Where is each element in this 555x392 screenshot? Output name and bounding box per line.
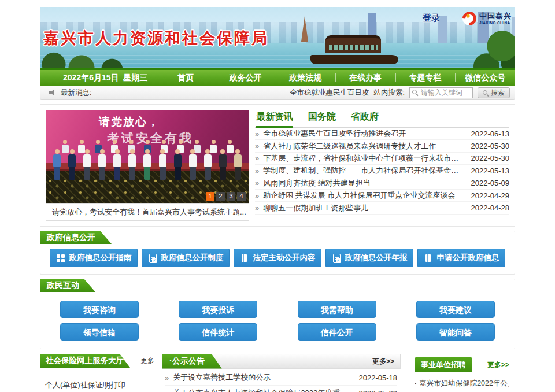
recruitment-panel: 事业单位招聘 更多>> 嘉兴市妇幼保健院2022年公开... 2022年嘉兴市属… xyxy=(409,354,515,392)
search-field-wrap xyxy=(409,87,473,98)
carousel-page-number[interactable]: 3 xyxy=(227,192,235,201)
jiaxing-swirl-icon xyxy=(460,9,479,28)
info-disclosure-buttons: 政府信息公开指南 政府信息公开制度 法定主动公开内容 政府信息公开年报 xyxy=(40,231,515,274)
news-date: 2022-04-28 xyxy=(471,204,510,212)
interaction-button[interactable]: 信件统计 xyxy=(179,323,257,341)
tab-state-council[interactable]: 国务院 xyxy=(308,111,336,127)
news-title[interactable]: 省人社厅陈荣华二级巡视员来嘉兴调研专技人才工作 xyxy=(263,141,465,151)
info-button-icon xyxy=(424,254,433,262)
info-disclosure-button[interactable]: 政府信息公开制度 xyxy=(142,249,230,267)
announcements-more-link[interactable]: 更多>> xyxy=(372,357,400,367)
site-title: 嘉兴市人力资源和社会保障局 xyxy=(43,28,269,49)
section-title-info-disclosure: 政府信息公开 xyxy=(40,231,112,244)
nav-menu-item[interactable]: 政务公开 xyxy=(216,70,276,86)
recruitment-more-link[interactable]: 更多>> xyxy=(487,360,509,370)
speaker-icon xyxy=(49,89,56,96)
info-button-label: 政府信息公开年报 xyxy=(345,253,408,263)
news-date: 2022-06-13 xyxy=(471,130,510,138)
news-list-item[interactable]: 风雨同舟齐抗疫 结对共建显担当 2022-05-09 xyxy=(255,177,509,190)
social-insurance-more-link[interactable]: 更多 xyxy=(140,356,154,366)
nav-menu-item[interactable]: 首页 xyxy=(156,70,216,86)
news-list: 全市稳就业惠民生百日攻坚行动推进会召开 2022-06-13 省人社厅陈荣华二级… xyxy=(255,128,509,215)
banner-trees-right xyxy=(452,31,515,68)
news-panel: 最新资讯 国务院 省政府 全市稳就业惠民生百日攻坚行动推进会召开 2022-06… xyxy=(255,110,509,221)
interaction-section: 政民互动 我要咨询 我要投诉 我需帮助 我要建议 领导信箱 信件统计 信件公开 … xyxy=(40,279,515,349)
news-list-item[interactable]: 下基层、走流程，省社保和就业中心主任项薇一行来我市调研“国统”上线情况 2022… xyxy=(255,153,509,165)
nav-menu-item[interactable]: 在线办事 xyxy=(335,70,395,86)
login-link[interactable]: 登录 xyxy=(423,13,440,24)
nav-items: 首页 政务公开 政策法规 在线办事 专题专栏 微信公众号 xyxy=(156,70,515,86)
section-title-announcements: ·公示公告 xyxy=(162,354,222,369)
news-list-item[interactable]: 省人社厅陈荣华二级巡视员来嘉兴调研专技人才工作 2022-05-30 xyxy=(255,140,509,152)
news-title[interactable]: 助企纾困 共谋发展 市人力社保局召开重点企业交流座谈会 xyxy=(263,190,465,201)
site-logo[interactable]: 中国嘉兴 JIAXING CHINA xyxy=(462,12,512,25)
announcement-title[interactable]: 关于公布嘉兴市人力资源和社会保障局2022年度重大行政决策事... xyxy=(173,388,353,392)
news-title[interactable]: 下基层、走流程，省社保和就业中心主任项薇一行来我市调研“国统”上线情况 xyxy=(263,153,465,164)
news-list-item[interactable]: 全市稳就业惠民生百日攻坚行动推进会召开 2022-06-13 xyxy=(255,128,509,140)
news-list-item[interactable]: 助企纾困 共谋发展 市人力社保局召开重点企业交流座谈会 2022-04-29 xyxy=(255,190,509,202)
nav-menu-item[interactable]: 专题专栏 xyxy=(395,70,456,86)
info-disclosure-button[interactable]: 申请公开政府信息 xyxy=(417,249,505,267)
section-title-social-insurance: 社会保险网上服务大厅 xyxy=(40,354,130,368)
news-list-item[interactable]: 学制度、建机制、强防控——市人力社保局召开社保基金要情专题学习会 2022-05… xyxy=(255,165,509,177)
interaction-button[interactable]: 我要咨询 xyxy=(60,301,139,318)
social-insurance-item[interactable]: 个人(单位)社保证明打印 xyxy=(40,373,154,392)
carousel-page-number[interactable]: 4 xyxy=(237,192,246,201)
page-container: 嘉兴市人力资源和社会保障局 登录 中国嘉兴 JIAXING CHINA 2022… xyxy=(40,0,515,392)
news-date: 2022-04-29 xyxy=(471,191,510,200)
tab-provincial-gov[interactable]: 省政府 xyxy=(351,111,379,127)
announcement-item[interactable]: 关于公布嘉兴市人力资源和社会保障局2022年度重大行政决策事... 2022-0… xyxy=(165,386,397,392)
carousel-caption[interactable]: 请党放心，考试安全有我！首届嘉兴市人事考试系统主题... xyxy=(46,204,249,221)
info-button-label: 申请公开政府信息 xyxy=(437,253,500,263)
boat-hull xyxy=(310,55,398,64)
carousel-pagination: 1 2 3 4 xyxy=(206,192,246,201)
photo-banner-line1: 请党放心， xyxy=(99,114,160,130)
interaction-button[interactable]: 我需帮助 xyxy=(298,301,376,318)
search-button[interactable]: 搜索 xyxy=(478,87,510,98)
recruitment-item[interactable]: 嘉兴市妇幼保健院2022年公开... xyxy=(415,372,509,389)
magnifier-icon xyxy=(483,90,489,97)
logo-text-cn: 中国嘉兴 xyxy=(479,12,512,21)
interaction-button[interactable]: 智能问答 xyxy=(416,323,495,341)
info-disclosure-section: 政府信息公开 政府信息公开指南 政府信息公开制度 法定主动公开内容 xyxy=(40,231,515,275)
nav-menu-item[interactable]: 微信公众号 xyxy=(455,70,515,86)
info-disclosure-button[interactable]: 政府信息公开年报 xyxy=(325,249,413,267)
interaction-button[interactable]: 我要建议 xyxy=(416,301,495,318)
search-input[interactable] xyxy=(409,87,473,98)
recruitment-item[interactable]: 2022年嘉兴市属事业单位公开... xyxy=(415,389,509,392)
info-disclosure-button[interactable]: 政府信息公开指南 xyxy=(50,249,138,267)
info-button-icon xyxy=(56,254,65,262)
carousel-page-number[interactable]: 2 xyxy=(216,192,225,201)
announcements-list: 关于设立嘉善技工学校的公示 2022-05-18 关于公布嘉兴市人力资源和社会保… xyxy=(162,369,401,392)
announcement-item[interactable]: 关于设立嘉善技工学校的公示 2022-05-18 xyxy=(165,370,397,386)
social-insurance-panel: 社会保险网上服务大厅 更多 个人(单位)社保证明打印 办事指南 xyxy=(40,354,154,392)
news-title[interactable]: 全市稳就业惠民生百日攻坚行动推进会召开 xyxy=(263,128,465,139)
magnifier-icon xyxy=(412,90,419,96)
news-list-item[interactable]: 聊聊五一假期加班工资那些事儿 2022-04-28 xyxy=(255,202,509,214)
interaction-buttons: 我要咨询 我要投诉 我需帮助 我要建议 领导信箱 信件统计 信件公开 智能问答 xyxy=(40,279,515,349)
info-disclosure-button[interactable]: 法定主动公开内容 xyxy=(234,249,321,267)
news-tabs: 最新资讯 国务院 省政府 xyxy=(255,111,509,128)
interaction-button[interactable]: 信件公开 xyxy=(298,323,376,341)
news-title[interactable]: 风雨同舟齐抗疫 结对共建显担当 xyxy=(263,178,465,188)
nav-date: 2022年6月15日 星期三 xyxy=(40,73,156,83)
logo-text-en: JIAXING CHINA xyxy=(479,21,512,25)
news-title[interactable]: 聊聊五一假期加班工资那些事儿 xyxy=(263,203,465,213)
announcement-date: 2022-05-09 xyxy=(359,389,398,392)
info-button-label: 政府信息公开制度 xyxy=(161,253,224,263)
news-date: 2022-05-30 xyxy=(471,142,510,150)
info-button-icon xyxy=(332,254,341,262)
news-title[interactable]: 学制度、建机制、强防控——市人力社保局召开社保基金要情专题学习会 xyxy=(263,165,465,176)
ticker-scrolling-text[interactable]: 全市稳就业惠民生百日攻 xyxy=(290,88,369,98)
photo-people-front-row xyxy=(53,149,243,180)
site-search-label: 站内搜索: xyxy=(374,88,405,98)
carousel-photo[interactable]: 请党放心， 考试安全有我 1 2 3 xyxy=(46,110,249,204)
interaction-button[interactable]: 我要投诉 xyxy=(179,301,257,318)
nav-menu-item[interactable]: 政策法规 xyxy=(276,70,336,86)
announcement-title[interactable]: 关于设立嘉善技工学校的公示 xyxy=(173,372,353,383)
interaction-button[interactable]: 领导信箱 xyxy=(60,323,139,341)
header-banner: 嘉兴市人力资源和社会保障局 登录 中国嘉兴 JIAXING CHINA xyxy=(40,7,515,68)
carousel-page-number[interactable]: 1 xyxy=(206,192,214,201)
boat-cabin xyxy=(325,35,381,53)
tab-latest-news[interactable]: 最新资讯 xyxy=(256,111,293,127)
